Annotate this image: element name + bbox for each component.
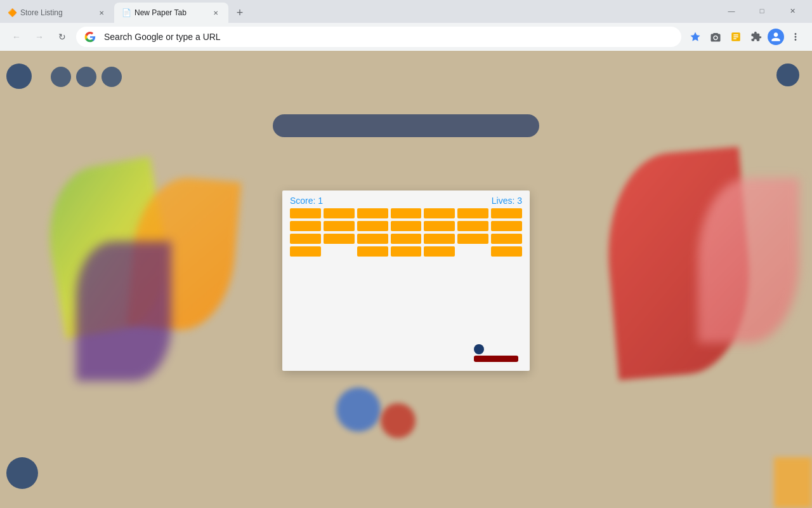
todo-icon-button[interactable] [727,28,745,46]
brick-empty [457,246,488,257]
person-icon [769,30,782,43]
brick [457,221,488,231]
store-listing-tab-close[interactable]: ✕ [96,8,107,18]
deco-circle-3 [76,67,96,87]
new-paper-tab-title: New Paper Tab [134,8,207,17]
menu-button[interactable] [787,28,804,46]
brick-row-2 [290,221,522,231]
store-listing-tab-title: Store Listing [20,8,93,17]
game-area[interactable] [282,208,530,371]
red-circle-bottom [381,403,416,438]
deco-bottom-left [6,457,38,489]
screenshot-icon[interactable] [707,28,724,46]
blue-circle-bottom [336,387,381,432]
clipboard-icon [730,31,742,43]
star-icon [690,31,701,43]
window-controls: — □ ✕ [717,1,812,23]
svg-rect-1 [733,34,738,36]
game-play-area [290,262,522,363]
lives-display: Lives: 3 [492,196,522,206]
page-background: Score: 1 Lives: 3 [0,51,812,508]
address-text: Search Google or type a URL [104,32,674,42]
extensions-button[interactable] [747,28,765,46]
brick-row-4 [290,246,522,257]
brick [391,208,422,218]
brick [424,208,455,218]
new-paper-tab-close[interactable]: ✕ [211,8,221,18]
forward-button[interactable]: → [30,28,48,46]
brick [391,234,422,244]
brick [324,234,355,244]
new-tab-button[interactable]: + [231,4,249,22]
brick [324,208,355,218]
maximize-button[interactable]: □ [747,1,776,20]
deco-circle-1 [6,64,32,89]
game-ball [474,344,484,354]
brick [357,246,388,257]
minimize-button[interactable]: — [717,1,746,20]
brick [357,208,388,218]
nav-right-icons [686,28,804,46]
brick [290,246,321,257]
deco-circle-2 [51,67,71,87]
brick [424,221,455,231]
tab-new-paper[interactable]: 📄 New Paper Tab ✕ [114,3,228,23]
bricks-container [290,208,522,257]
tab-store-listing[interactable]: 🔶 Store Listing ✕ [0,3,114,23]
brick [491,246,522,257]
google-icon [84,30,96,43]
close-button[interactable]: ✕ [778,1,807,20]
brick [357,221,388,231]
game-paddle [474,356,518,362]
svg-rect-3 [733,38,737,39]
bg-search-bar [273,114,539,137]
brick [357,234,388,244]
refresh-button[interactable]: ↻ [53,28,71,46]
more-vert-icon [790,31,801,43]
brick [491,234,522,244]
deco-bottom-right [774,457,812,508]
brick [457,234,488,244]
svg-rect-2 [733,36,738,37]
leaf-purple [76,241,171,381]
brick-row-3 [290,234,522,244]
brick [391,246,422,257]
brick [290,208,321,218]
brick [491,208,522,218]
store-listing-favicon: 🔶 [8,8,16,17]
brick [491,221,522,231]
new-paper-favicon: 📄 [122,8,131,17]
deco-circle-5 [776,64,799,86]
brick [290,234,321,244]
brick [424,246,455,257]
brick [457,208,488,218]
brick [290,221,321,231]
game-header: Score: 1 Lives: 3 [282,190,530,208]
brick [324,221,355,231]
puzzle-icon [750,31,762,43]
deco-circle-4 [102,67,122,87]
brick-empty [324,246,355,257]
nav-bar: ← → ↻ Search Google or type a URL [0,23,812,51]
bookmark-button[interactable] [686,28,704,46]
back-button[interactable]: ← [8,28,25,46]
tab-bar: 🔶 Store Listing ✕ 📄 New Paper Tab ✕ + — … [0,0,812,23]
page-content: Score: 1 Lives: 3 [0,51,812,508]
camera-icon [710,31,721,43]
browser-window: 🔶 Store Listing ✕ 📄 New Paper Tab ✕ + — … [0,0,812,508]
brick [424,234,455,244]
game-overlay: Score: 1 Lives: 3 [282,190,530,371]
profile-button[interactable] [768,29,784,45]
leaf-pink [698,178,799,343]
score-display: Score: 1 [290,196,323,206]
brick [391,221,422,231]
address-bar[interactable]: Search Google or type a URL [76,27,681,47]
brick-row-1 [290,208,522,218]
